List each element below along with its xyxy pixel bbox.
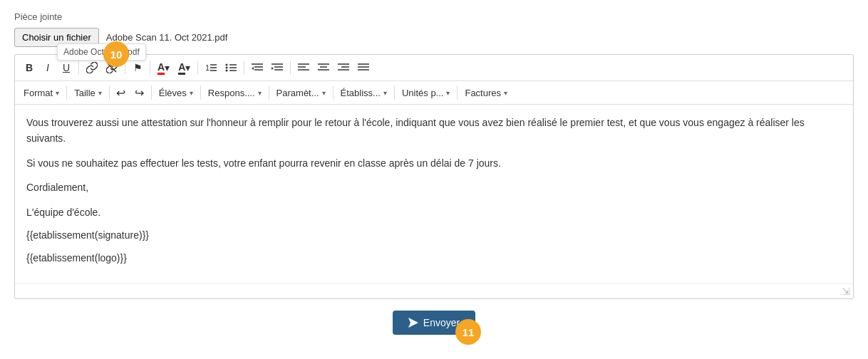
paramet-dropdown[interactable]: Paramèt... ▾ (272, 85, 330, 100)
unlink-button[interactable] (103, 59, 121, 76)
paramet-label: Paramèt... (277, 88, 319, 98)
align-justify-icon (358, 63, 369, 73)
content-line5: {{etablissement(signature)}} (26, 227, 842, 243)
highlight-button[interactable]: A▾ (175, 59, 194, 76)
content-line4: L'équipe d'école. (26, 204, 842, 220)
font-color-button[interactable]: A▾ (154, 59, 173, 76)
dsep7 (394, 85, 395, 100)
dsep1 (66, 85, 67, 100)
dsep5 (269, 85, 269, 100)
align-right-button[interactable] (334, 59, 353, 76)
font-color-icon: A (157, 61, 165, 75)
indent-increase-icon (272, 63, 283, 73)
sep2 (125, 61, 125, 75)
factures-arrow: ▾ (504, 89, 507, 97)
indent-decrease-button[interactable] (248, 59, 267, 76)
unites-arrow: ▾ (446, 89, 450, 97)
align-left-icon (298, 63, 309, 73)
link-button[interactable] (83, 59, 101, 76)
file-name-display: Adobe Scan 11. Oct 2021.pdf (106, 32, 228, 43)
sep6 (290, 61, 291, 75)
taille-dropdown[interactable]: Taille ▾ (70, 85, 106, 100)
attachment-label: Pièce jointe (14, 11, 854, 22)
content-line3: Cordialement, (26, 180, 842, 195)
editor-container: B I U ⚑ (14, 54, 854, 299)
align-left-button[interactable] (294, 59, 313, 76)
sep3 (150, 61, 150, 75)
svg-point-5 (226, 64, 228, 66)
taille-arrow: ▾ (98, 89, 102, 97)
indent-decrease-icon (252, 63, 263, 73)
bottom-bar: Envoyer (14, 299, 854, 338)
eleves-arrow: ▾ (190, 89, 193, 97)
format-dropdown[interactable]: Format ▾ (19, 85, 63, 100)
respons-label: Respons.... (208, 88, 255, 98)
tooltip-right: Oct 2021.pdf (91, 47, 140, 57)
link-icon (86, 62, 98, 73)
undo-button[interactable]: ↩ (113, 84, 130, 101)
respons-dropdown[interactable]: Respons.... ▾ (204, 85, 266, 100)
dsep6 (333, 85, 334, 100)
svg-marker-31 (408, 318, 418, 328)
dsep3 (151, 85, 152, 100)
svg-point-6 (226, 67, 228, 69)
sep5 (244, 61, 244, 75)
unordered-list-icon (225, 63, 237, 73)
send-button[interactable]: Envoyer (393, 311, 475, 335)
content-area[interactable]: Vous trouverez aussi une attestation sur… (15, 105, 853, 283)
dsep4 (200, 85, 201, 100)
unites-label: Unités p... (402, 88, 444, 98)
dsep8 (457, 85, 458, 100)
align-right-icon (338, 63, 349, 73)
factures-dropdown[interactable]: Factures ▾ (460, 85, 512, 100)
svg-marker-18 (272, 67, 274, 70)
ordered-list-icon: 1. (205, 63, 217, 73)
etabliss-dropdown[interactable]: Établiss... ▾ (336, 85, 391, 100)
align-center-button[interactable] (314, 59, 333, 76)
paramet-arrow: ▾ (322, 89, 326, 97)
highlight-icon: A (178, 61, 185, 75)
eleves-dropdown[interactable]: Élèves ▾ (155, 85, 197, 100)
italic-button[interactable]: I (39, 59, 56, 76)
bold-button[interactable]: B (21, 59, 38, 76)
svg-marker-14 (252, 67, 254, 70)
align-center-icon (318, 63, 329, 73)
sep1 (78, 61, 79, 75)
resize-handle[interactable]: ⇲ (15, 283, 853, 298)
dsep2 (109, 85, 110, 100)
factures-label: Factures (465, 88, 501, 98)
format-label: Format (24, 88, 53, 98)
tooltip-left: Adobe (63, 47, 88, 57)
ordered-list-button[interactable]: 1. (202, 59, 220, 76)
content-line1: Vous trouverez aussi une attestation sur… (26, 115, 842, 147)
redo-button[interactable]: ↪ (131, 84, 148, 101)
underline-button[interactable]: U (58, 59, 75, 76)
align-justify-button[interactable] (354, 59, 373, 76)
file-row: Choisir un fichier Adobe Scan 11. Oct 20… (14, 28, 854, 47)
format-arrow: ▾ (56, 89, 59, 97)
send-button-label: Envoyer (423, 317, 460, 328)
indent-increase-button[interactable] (268, 59, 286, 76)
resize-icon: ⇲ (842, 286, 850, 297)
sep4 (197, 61, 198, 75)
send-icon (408, 318, 418, 328)
unlink-icon (106, 62, 118, 73)
unites-dropdown[interactable]: Unités p... ▾ (398, 85, 455, 100)
etabliss-arrow: ▾ (383, 89, 387, 97)
respons-arrow: ▾ (258, 89, 262, 97)
file-tooltip: Adobe Oct 2021.pdf (57, 43, 146, 61)
content-line6: {{etablissement(logo)}} (26, 250, 842, 266)
toolbar-row2: Format ▾ Taille ▾ ↩ ↪ Élèves ▾ Respons..… (15, 81, 853, 105)
taille-label: Taille (74, 88, 95, 98)
svg-point-7 (226, 70, 228, 72)
flag-button[interactable]: ⚑ (129, 59, 146, 76)
etabliss-label: Établiss... (341, 88, 381, 98)
svg-line-0 (108, 63, 116, 72)
content-line2: Si vous ne souhaitez pas effectuer les t… (26, 155, 842, 171)
unordered-list-button[interactable] (222, 59, 240, 76)
eleves-label: Élèves (159, 88, 187, 98)
